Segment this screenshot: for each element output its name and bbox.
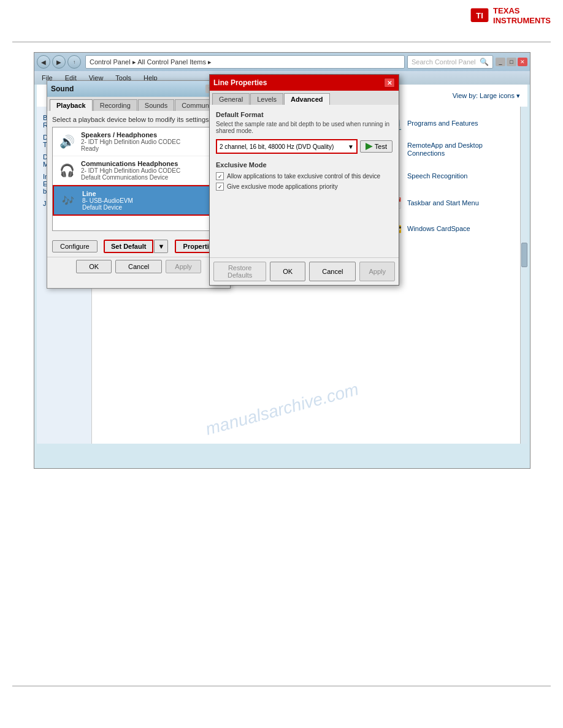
speech-label: Speech Recognition (407, 172, 467, 180)
forward-button[interactable]: ▶ (52, 55, 66, 69)
sound-dialog: Sound ? ✕ Playback Recording Sounds Comm… (47, 80, 231, 289)
device-list: 🔊 Speakers / Headphones 2- IDT High Defi… (52, 127, 225, 231)
set-default-group: Set Default ▼ (104, 240, 168, 253)
sound-dialog-title: Sound (51, 85, 74, 93)
svg-text:TI: TI (476, 10, 483, 20)
line-dialog-titlebar: Line Properties ✕ (210, 75, 399, 91)
win-titlebar: ◀ ▶ ↑ Control Panel ▸ All Control Panel … (34, 53, 530, 71)
sound-dialog-tabs: Playback Recording Sounds Communications (47, 97, 230, 111)
cp-item-remoteapp[interactable]: 🖥 RemoteApp and Desktop Connections (381, 137, 523, 162)
search-bar[interactable]: Search Control Panel 🔍 (407, 55, 493, 69)
exclusive-mode-section: Exclusive Mode ✓ Allow applications to t… (216, 161, 393, 191)
line-apply-button[interactable]: Apply (359, 262, 395, 281)
default-format-desc: Select the sample rate and bit depth to … (216, 121, 393, 134)
format-dropdown-arrow: ▼ (348, 143, 354, 150)
tab-levels[interactable]: Levels (250, 93, 283, 105)
checkbox-exclusive-priority-label: Give exclusive mode applications priorit… (227, 183, 338, 190)
format-value: 2 channel, 16 bit, 48000 Hz (DVD Quality… (220, 143, 334, 150)
window-controls: _ □ ✕ (496, 58, 527, 66)
sound-dialog-desc: Select a playback device below to modify… (52, 116, 225, 123)
test-button[interactable]: Test (360, 140, 393, 153)
line-name: Line (82, 190, 210, 197)
tab-general[interactable]: General (212, 93, 250, 105)
bottom-rule (12, 686, 551, 686)
comm-headphones-icon: 🎧 (58, 161, 76, 180)
speakers-info: Speakers / Headphones 2- IDT High Defini… (81, 131, 211, 152)
address-bar[interactable]: Control Panel ▸ All Control Panel Items … (85, 55, 405, 69)
comm-headphones-name: Communications Headphones (81, 160, 211, 167)
comm-headphones-sub2: Default Communications Device (81, 174, 211, 181)
speakers-sub1: 2- IDT High Definition Audio CODEC (81, 138, 211, 145)
cardspace-label: Windows CardSpace (407, 225, 470, 233)
tab-advanced[interactable]: Advanced (284, 93, 330, 105)
sound-ok-button[interactable]: OK (76, 260, 112, 273)
cp-item-speech[interactable]: 🗣 Speech Recognition (381, 163, 523, 190)
cp-item-taskbar[interactable]: 📅 Taskbar and Start Menu (381, 191, 523, 216)
speakers-name: Speakers / Headphones (81, 131, 211, 138)
sound-dialog-content: Select a playback device below to modify… (47, 111, 230, 236)
tab-recording[interactable]: Recording (93, 99, 137, 111)
format-selector: 2 channel, 16 bit, 48000 Hz (DVD Quality… (216, 139, 393, 154)
restore-defaults-button[interactable]: Restore Defaults (213, 262, 266, 281)
up-button[interactable]: ↑ (67, 55, 81, 69)
line-cancel-button[interactable]: Cancel (309, 262, 356, 281)
comm-headphones-info: Communications Headphones 2- IDT High De… (81, 160, 211, 181)
maximize-button[interactable]: □ (507, 58, 516, 66)
device-line[interactable]: 🎶 Line 8- USB-AudioEVM Default Device (53, 185, 224, 216)
line-dialog-tabs: General Levels Advanced (210, 91, 399, 105)
checkbox-exclusive-control: ✓ Allow applications to take exclusive c… (216, 172, 393, 180)
speakers-icon: 🔊 (58, 132, 76, 151)
line-ok-button[interactable]: OK (270, 262, 305, 281)
line-dialog-content: Default Format Select the sample rate an… (210, 105, 399, 199)
speakers-sub2: Ready (81, 145, 211, 152)
play-icon (366, 143, 373, 150)
top-rule (12, 42, 551, 42)
sound-dialog-ok-cancel: OK Cancel Apply (47, 257, 230, 278)
ti-logo: TI TEXAS INSTRUMENTS (470, 6, 551, 25)
checkbox-exclusive-control-input[interactable]: ✓ (216, 172, 224, 180)
cp-item-programs-features[interactable]: 💻 Programs and Features (381, 112, 523, 136)
checkbox-exclusive-control-label: Allow applications to take exclusive con… (227, 173, 380, 180)
test-btn-label: Test (375, 143, 387, 150)
checkbox-exclusive-priority: ✓ Give exclusive mode applications prior… (216, 183, 393, 191)
line-properties-dialog: Line Properties ✕ General Levels Advance… (209, 74, 399, 286)
close-button[interactable]: ✕ (518, 58, 527, 66)
tab-sounds[interactable]: Sounds (138, 99, 174, 111)
screenshot-container: ◀ ▶ ↑ Control Panel ▸ All Control Panel … (34, 52, 530, 469)
line-dialog-buttons: Restore Defaults OK Cancel Apply (210, 257, 399, 285)
line-icon: 🎶 (59, 191, 77, 210)
device-speakers[interactable]: 🔊 Speakers / Headphones 2- IDT High Defi… (53, 127, 224, 156)
line-dialog-close[interactable]: ✕ (384, 78, 395, 88)
sound-dialog-action-buttons: Configure Set Default ▼ Properties (47, 236, 230, 257)
tab-playback[interactable]: Playback (50, 99, 93, 111)
ti-logo-icon: TI (470, 7, 489, 25)
line-info: Line 8- USB-AudioEVM Default Device (82, 190, 210, 211)
programs-features-label: Programs and Features (407, 119, 478, 127)
set-default-arrow-button[interactable]: ▼ (154, 240, 168, 253)
address-text: Control Panel ▸ All Control Panel Items … (90, 58, 212, 66)
taskbar-label: Taskbar and Start Menu (407, 199, 479, 207)
back-button[interactable]: ◀ (37, 55, 50, 69)
sound-apply-button[interactable]: Apply (166, 260, 201, 273)
scrollbar-thumb[interactable] (521, 243, 527, 267)
minimize-button[interactable]: _ (496, 58, 505, 66)
sound-dialog-titlebar: Sound ? ✕ (47, 81, 230, 97)
checkbox-exclusive-priority-input[interactable]: ✓ (216, 183, 224, 191)
remoteapp-label: RemoteApp and Desktop Connections (407, 142, 518, 157)
search-placeholder: Search Control Panel (412, 58, 476, 66)
exclusive-mode-title: Exclusive Mode (216, 161, 393, 169)
line-sub2: Default Device (82, 204, 210, 211)
comm-headphones-sub1: 2- IDT High Definition Audio CODEC (81, 167, 211, 174)
set-default-button[interactable]: Set Default (104, 240, 153, 253)
default-format-label: Default Format (216, 111, 393, 118)
device-comm-headphones[interactable]: 🎧 Communications Headphones 2- IDT High … (53, 156, 224, 185)
cp-view[interactable]: View by: Large icons ▾ (453, 92, 520, 100)
configure-button[interactable]: Configure (52, 240, 98, 252)
cp-scrollbar[interactable] (520, 107, 527, 444)
line-sub1: 8- USB-AudioEVM (82, 197, 210, 204)
line-dialog-title: Line Properties (213, 78, 267, 87)
format-dropdown[interactable]: 2 channel, 16 bit, 48000 Hz (DVD Quality… (216, 139, 358, 154)
sound-cancel-button[interactable]: Cancel (115, 260, 162, 273)
ti-logo-text: TEXAS INSTRUMENTS (493, 6, 551, 25)
cp-item-cardspace[interactable]: 💳 Windows CardSpace (381, 217, 523, 241)
